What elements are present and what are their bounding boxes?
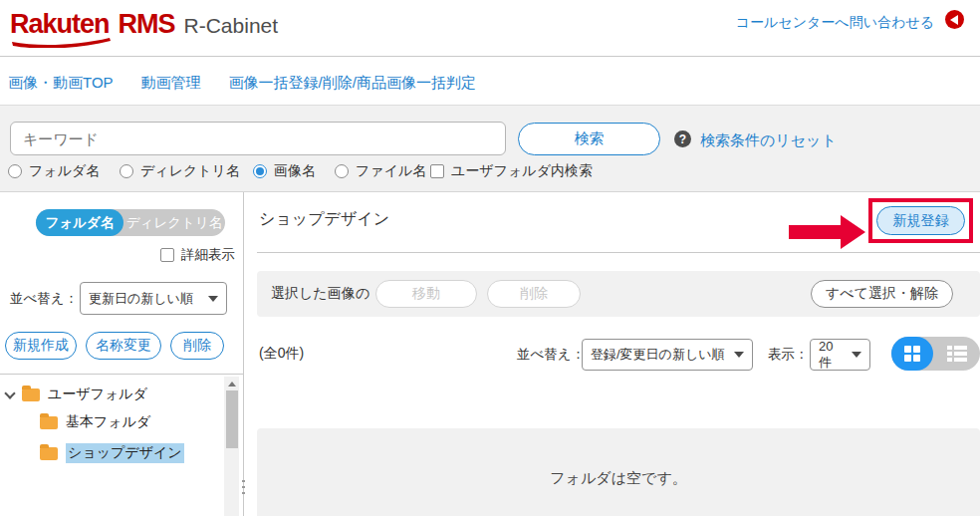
chevron-down-icon <box>734 352 744 358</box>
main-sort-value: 登録/変更日の新しい順 <box>591 346 725 364</box>
tree-item-shop-design[interactable]: ショップデザイン <box>0 437 221 469</box>
radio-folder-name[interactable]: フォルダ名 <box>8 162 120 180</box>
selection-toolbar: 選択した画像の 移動 削除 すべて選択・解除 <box>257 271 980 317</box>
radio-checked-icon <box>253 164 267 178</box>
scroll-up-icon[interactable] <box>228 382 236 387</box>
radio-directory-name[interactable]: ディレクトリ名 <box>120 162 253 180</box>
nav-item-video-management[interactable]: 動画管理 <box>141 74 201 93</box>
list-view-button[interactable] <box>933 337 980 371</box>
tab-folder-name[interactable]: フォルダ名 <box>36 209 123 236</box>
search-scope-row: フォルダ名 ディレクトリ名 画像名 ファイル名 ユーザフォルダ内検索 <box>8 162 593 180</box>
folder-actions: 新規作成 名称変更 削除 <box>5 332 224 360</box>
main-sort-label: 並べ替え： <box>517 346 585 364</box>
sidebar-sort-label: 並べ替え： <box>10 290 78 308</box>
annotation-arrow <box>789 215 865 249</box>
main-content: ショップデザイン 新規登録 選択した画像の 移動 削除 すべて選択・解除 (全0… <box>245 192 980 516</box>
reset-search-link[interactable]: 検索条件のリセット <box>700 131 837 150</box>
chevron-down-icon <box>208 296 218 302</box>
tree-item-basic-folder[interactable]: 基本フォルダ <box>0 407 221 437</box>
product-name: R-Cabinet <box>184 14 279 38</box>
checkbox-user-folder-search[interactable]: ユーザフォルダ内検索 <box>430 162 593 180</box>
tree-item-user-folder[interactable]: ユーザフォルダ <box>0 382 221 407</box>
title-divider <box>257 252 980 253</box>
search-panel: 検索 ? 検索条件のリセット フォルダ名 ディレクトリ名 画像名 ファイル名 <box>0 105 980 192</box>
rakuten-swoosh-icon <box>12 38 112 48</box>
support-back-icon[interactable] <box>945 10 964 29</box>
chevron-expanded-icon[interactable] <box>4 387 15 398</box>
folder-icon <box>40 447 58 460</box>
display-count-label: 表示： <box>768 346 809 364</box>
tree-mode-tabs: フォルダ名 ディレクトリ名 <box>36 209 225 236</box>
logo-rms-text: RMS <box>119 9 175 40</box>
checkbox-detail-view[interactable]: 詳細表示 <box>160 246 235 264</box>
tree-item-label: 基本フォルダ <box>66 413 150 431</box>
main-sort-select[interactable]: 登録/変更日の新しい順 <box>582 339 753 371</box>
folder-tree: ユーザフォルダ 基本フォルダ ショップデザイン <box>0 382 221 469</box>
create-folder-button[interactable]: 新規作成 <box>5 332 77 360</box>
tree-scrollbar[interactable] <box>224 377 239 516</box>
list-view-icon <box>947 346 967 362</box>
empty-folder-message: フォルダは空です。 <box>550 469 686 488</box>
checkbox-icon <box>430 164 444 178</box>
tree-item-label: ユーザフォルダ <box>48 386 147 403</box>
page-title: ショップデザイン <box>259 209 389 230</box>
help-icon[interactable]: ? <box>674 130 691 147</box>
main-nav: 画像・動画TOP 動画管理 画像一括登録/削除/商品画像一括判定 <box>8 62 476 104</box>
sidebar-sort-select[interactable]: 更新日の新しい順 <box>80 282 227 315</box>
tree-item-label-selected: ショップデザイン <box>66 443 184 463</box>
item-count: (全0件) <box>259 345 304 363</box>
radio-icon <box>120 164 133 178</box>
rename-folder-button[interactable]: 名称変更 <box>86 332 161 360</box>
radio-icon <box>335 164 349 178</box>
annotation-box: 新規登録 <box>868 198 973 243</box>
rakuten-rms-logo: Rakuten RMS R-Cabinet <box>10 9 278 40</box>
display-count-select[interactable]: 20件 <box>810 339 870 371</box>
move-selected-button[interactable]: 移動 <box>375 280 477 308</box>
nav-item-images-video-top[interactable]: 画像・動画TOP <box>8 74 114 93</box>
sidebar: フォルダ名 ディレクトリ名 詳細表示 並べ替え： 更新日の新しい順 新規作成 名… <box>0 192 244 516</box>
view-mode-toggle <box>891 337 980 371</box>
delete-selected-button[interactable]: 削除 <box>487 280 581 308</box>
folder-icon <box>40 416 58 429</box>
delete-folder-button[interactable]: 削除 <box>170 332 224 360</box>
checkbox-icon <box>160 248 174 262</box>
grid-view-icon <box>904 346 920 362</box>
empty-folder-panel: フォルダは空です。 <box>257 428 980 516</box>
selection-prefix: 選択した画像の <box>271 285 369 303</box>
sidebar-divider <box>0 374 244 375</box>
radio-image-name[interactable]: 画像名 <box>253 162 335 180</box>
support-link[interactable]: コールセンターへ問い合わせる <box>736 14 934 32</box>
scrollbar-thumb[interactable] <box>226 390 238 448</box>
select-all-toggle-button[interactable]: すべて選択・解除 <box>811 280 953 308</box>
display-count-value: 20件 <box>819 339 846 372</box>
chevron-down-icon <box>852 352 861 358</box>
radio-icon <box>8 164 22 178</box>
tab-directory-name[interactable]: ディレクトリ名 <box>123 209 225 236</box>
logo-rakuten-text: Rakuten <box>10 9 110 39</box>
register-new-button[interactable]: 新規登録 <box>876 206 965 235</box>
nav-item-bulk-register[interactable]: 画像一括登録/削除/商品画像一括判定 <box>229 74 476 93</box>
search-input[interactable] <box>10 122 506 155</box>
search-button[interactable]: 検索 <box>518 123 660 155</box>
grid-view-button[interactable] <box>891 337 933 371</box>
r-cabinet-app: Rakuten RMS R-Cabinet コールセンターへ問い合わせる 画像・… <box>0 0 980 516</box>
folder-icon <box>22 388 40 401</box>
header: Rakuten RMS R-Cabinet コールセンターへ問い合わせる <box>0 0 980 57</box>
sidebar-sort-value: 更新日の新しい順 <box>89 290 193 308</box>
radio-file-name[interactable]: ファイル名 <box>335 162 430 180</box>
